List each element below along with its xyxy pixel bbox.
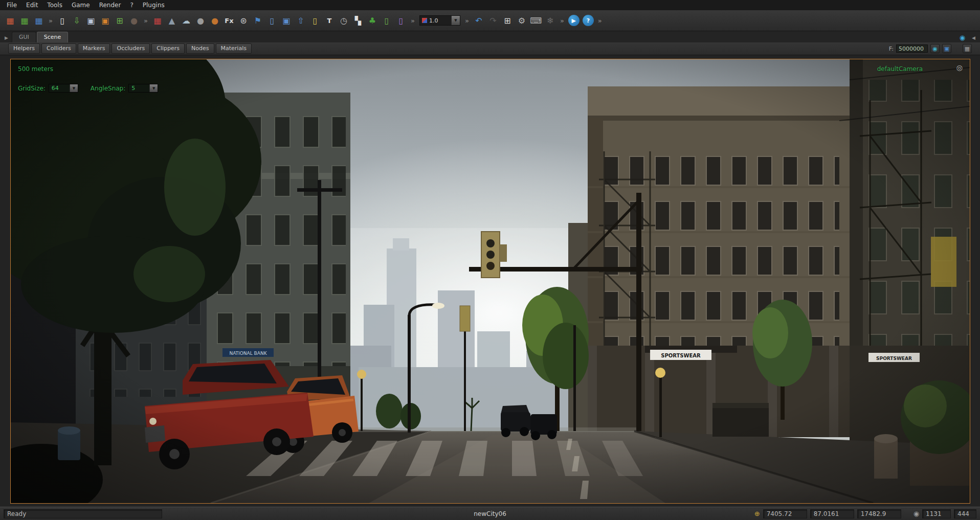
camera-gizmo-icon[interactable]: ◎ (956, 63, 963, 72)
menu-bar: File Edit Tools Game Render ? Plugins (0, 0, 980, 10)
menu-render[interactable]: Render (95, 1, 126, 10)
workspace: NATIONAL BANK (0, 55, 980, 507)
chevron-down-icon[interactable]: ▼ (70, 84, 78, 92)
grid-size-value: 64 (49, 85, 70, 92)
toolbar-overflow-icon[interactable]: » (465, 17, 469, 25)
toolbar-overflow-icon[interactable]: » (411, 17, 415, 25)
main-toolbar: ▦ ▦ ▦ » ▯ ⇩ ▣ ▣ ⊞ ● » ▦ ▲ ☁ ● ● Fx ⊛ ⚑ ▯… (0, 10, 980, 31)
active-camera-label: defaultCamera (877, 65, 923, 73)
purple-page-icon[interactable]: ▯ (394, 14, 408, 27)
gizmo-wheel-icon[interactable]: ⊛ (237, 14, 250, 27)
fx-icon[interactable]: Fx (222, 14, 236, 27)
camera-position-icon: ⊕ (754, 510, 760, 517)
status-message: Ready (4, 509, 162, 518)
helpers-button[interactable]: Helpers (8, 43, 40, 54)
count-field-b: 444 (954, 509, 976, 518)
coord-z-field: 17482.9 (857, 509, 901, 518)
add-item-icon[interactable]: ⊞ (113, 14, 126, 27)
menu-help[interactable]: ? (125, 1, 138, 10)
viewport-camera-icon[interactable]: ◉ (930, 44, 940, 53)
markers-button[interactable]: Markers (78, 43, 110, 54)
scene-render: NATIONAL BANK (11, 59, 970, 503)
flag-icon[interactable]: ⚑ (251, 14, 264, 27)
expand-panel-icon[interactable]: ▶ (1, 33, 12, 42)
terrain-icon[interactable]: ▲ (165, 14, 179, 27)
green-page-icon[interactable]: ▯ (380, 14, 393, 27)
checker-icon[interactable]: ▚ (351, 14, 365, 27)
angle-snap-label: AngleSnap: (91, 85, 125, 92)
undo-icon[interactable]: ↶ (472, 14, 485, 27)
menu-file[interactable]: File (2, 1, 21, 10)
occluders-button[interactable]: Occluders (112, 43, 150, 54)
toolbar-overflow-icon[interactable]: » (598, 17, 602, 25)
world-icon[interactable]: ◉ (956, 33, 968, 42)
chevron-down-icon[interactable]: ▼ (451, 16, 460, 25)
scale-dropdown-value: 1.0 (429, 17, 451, 24)
scene-name: newCity06 (474, 510, 506, 517)
gear-icon[interactable]: ⚙ (515, 14, 528, 27)
clock-icon[interactable]: ◷ (337, 14, 350, 27)
toolbar-overflow-icon[interactable]: » (560, 17, 564, 25)
count-field-a: 1131 (922, 509, 951, 518)
scene-viewport[interactable]: NATIONAL BANK (10, 59, 970, 504)
save-all-icon[interactable]: ▣ (99, 14, 112, 27)
play-icon[interactable]: ▶ (568, 15, 580, 26)
text-tool-icon[interactable]: T (323, 14, 336, 27)
menu-edit[interactable]: Edit (21, 1, 42, 10)
editor-window: File Edit Tools Game Render ? Plugins ▦ … (0, 0, 980, 520)
keyboard-icon[interactable]: ⌨ (529, 14, 543, 27)
script-icon[interactable]: ▯ (308, 14, 322, 27)
collapse-panel-icon[interactable]: ◀ (968, 33, 979, 42)
angle-snap-select[interactable]: 5 ▼ (128, 84, 158, 93)
viewport-screen-icon[interactable]: ▣ (942, 44, 951, 53)
new-document-icon[interactable]: ▯ (56, 14, 69, 27)
blue-page-icon[interactable]: ▯ (265, 14, 279, 27)
chevron-down-icon[interactable]: ▼ (149, 84, 158, 92)
scale-dropdown[interactable]: 1.0 ▼ (419, 15, 460, 26)
nodes-button[interactable]: Nodes (186, 43, 214, 54)
cube-icon[interactable]: ▦ (151, 14, 164, 27)
snowflake-icon[interactable]: ❄ (544, 14, 557, 27)
upload-icon[interactable]: ⇧ (294, 14, 307, 27)
colliders-button[interactable]: Colliders (41, 43, 76, 54)
cloud-icon[interactable]: ☁ (180, 14, 193, 27)
far-clip-field[interactable]: 5000000 (896, 44, 928, 53)
grid-icon[interactable]: ⊞ (501, 14, 514, 27)
vignette (11, 59, 970, 503)
viewport-grid-icon[interactable]: ▦ (963, 44, 972, 53)
tab-bar: ▶ GUI Scene ◉ ◀ (0, 31, 980, 42)
toolbar-overflow-icon[interactable]: » (144, 17, 148, 25)
planet-icon[interactable]: ● (208, 14, 221, 27)
scale-dropdown-icon (422, 18, 427, 23)
sphere-icon[interactable]: ● (194, 14, 207, 27)
plant-icon[interactable]: ♣ (366, 14, 379, 27)
tab-gui[interactable]: GUI (12, 32, 36, 42)
render-sphere-icon[interactable]: ● (127, 14, 141, 27)
viewport-controls: GridSize: 64 ▼ AngleSnap: 5 ▼ (18, 84, 167, 93)
scene-red-icon[interactable]: ▦ (4, 14, 17, 27)
help-icon[interactable]: ? (583, 15, 594, 26)
image-icon[interactable]: ▣ (280, 14, 293, 27)
save-icon[interactable]: ▣ (84, 14, 98, 27)
toolbar-overflow-icon[interactable]: » (49, 17, 53, 25)
menu-game[interactable]: Game (67, 1, 95, 10)
stats-icon: ◉ (914, 510, 919, 517)
scene-blue-icon[interactable]: ▦ (32, 14, 46, 27)
far-clip-label: F: (889, 46, 894, 52)
import-icon[interactable]: ⇩ (70, 14, 83, 27)
redo-icon[interactable]: ↷ (486, 14, 500, 27)
coord-x-field: 7405.72 (763, 509, 807, 518)
menu-plugins[interactable]: Plugins (138, 1, 169, 10)
coord-y-field: 87.0161 (810, 509, 854, 518)
scene-toolbar: Helpers Colliders Markers Occluders Clip… (0, 42, 980, 55)
grid-size-select[interactable]: 64 ▼ (49, 84, 78, 93)
tab-scene[interactable]: Scene (37, 32, 69, 42)
status-bar: Ready newCity06 ⊕ 7405.72 87.0161 17482.… (0, 507, 980, 520)
scene-green-icon[interactable]: ▦ (18, 14, 31, 27)
angle-snap-value: 5 (129, 85, 149, 92)
grid-size-label: GridSize: (18, 85, 46, 92)
menu-tools[interactable]: Tools (42, 1, 67, 10)
materials-button[interactable]: Materials (216, 43, 252, 54)
clippers-button[interactable]: Clippers (151, 43, 185, 54)
view-distance-label: 500 meters (18, 65, 53, 73)
